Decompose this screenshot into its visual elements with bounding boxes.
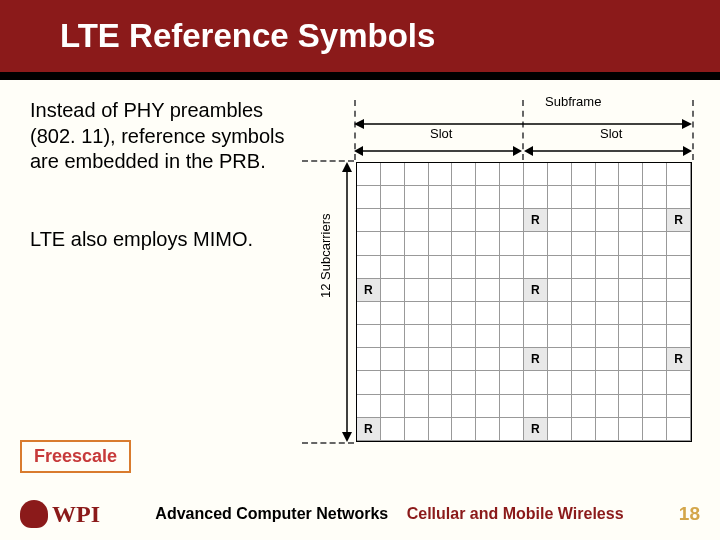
grid-cell (596, 279, 620, 302)
grid-cell (429, 279, 453, 302)
grid-cell (500, 348, 524, 371)
grid-cell (596, 256, 620, 279)
footer: WPI Advanced Computer Networks Cellular … (0, 500, 720, 528)
grid-cell (429, 186, 453, 209)
grid-cell (667, 279, 691, 302)
reference-symbol-cell: R (524, 348, 548, 371)
grid-cell (357, 348, 381, 371)
grid-cell (548, 302, 572, 325)
grid-cell (405, 302, 429, 325)
grid-cell (500, 232, 524, 255)
svg-marker-8 (683, 146, 692, 156)
grid-cell (619, 232, 643, 255)
grid-cell (643, 418, 667, 441)
grid-cell (643, 302, 667, 325)
slot-label-1: Slot (430, 126, 452, 141)
diagram-area: Subframe Slot Slot 12 Subcarriers RRRRRR… (300, 98, 710, 458)
grid-cell (429, 371, 453, 394)
grid-cell (405, 279, 429, 302)
paragraph-2: LTE also employs MIMO. (30, 227, 300, 253)
grid-cell (405, 163, 429, 186)
grid-cell (619, 418, 643, 441)
grid-cell (667, 232, 691, 255)
reference-symbol-cell: R (357, 279, 381, 302)
grid-cell (667, 371, 691, 394)
dash-line (302, 442, 354, 444)
grid-cell (572, 395, 596, 418)
grid-cell (572, 418, 596, 441)
grid-cell (405, 395, 429, 418)
grid-cell (596, 163, 620, 186)
grid-cell (500, 279, 524, 302)
grid-cell (619, 279, 643, 302)
title-bar: LTE Reference Symbols (0, 0, 720, 72)
grid-cell (381, 371, 405, 394)
grid-cell (596, 232, 620, 255)
grid-cell (524, 325, 548, 348)
grid-cell (500, 163, 524, 186)
grid-cell (667, 256, 691, 279)
body-text: Instead of PHY preambles (802. 11), refe… (30, 98, 300, 458)
grid-cell (381, 348, 405, 371)
grid-cell (429, 163, 453, 186)
grid-cell (500, 371, 524, 394)
grid-cell (405, 209, 429, 232)
reference-symbol-cell: R (524, 418, 548, 441)
svg-marker-2 (682, 119, 692, 129)
grid-cell (667, 302, 691, 325)
grid-cell (476, 256, 500, 279)
slide-title: LTE Reference Symbols (60, 17, 435, 55)
grid-cell (429, 325, 453, 348)
grid-cell (357, 163, 381, 186)
grid-cell (596, 418, 620, 441)
grid-cell (357, 256, 381, 279)
logo-text: WPI (52, 501, 100, 528)
grid-cell (643, 325, 667, 348)
svg-marker-5 (513, 146, 522, 156)
grid-cell (548, 256, 572, 279)
grid-cell (381, 418, 405, 441)
grid-cell (548, 186, 572, 209)
grid-cell (381, 395, 405, 418)
grid-cell (381, 209, 405, 232)
grid-cell (476, 163, 500, 186)
paragraph-1: Instead of PHY preambles (802. 11), refe… (30, 98, 300, 175)
grid-cell (548, 395, 572, 418)
grid-cell (524, 302, 548, 325)
grid-cell (405, 325, 429, 348)
svg-marker-11 (342, 432, 352, 442)
grid-cell (548, 232, 572, 255)
grid-cell (476, 348, 500, 371)
grid-cell (357, 371, 381, 394)
grid-cell (476, 279, 500, 302)
grid-cell (429, 348, 453, 371)
grid-cell (548, 163, 572, 186)
grid-cell (643, 209, 667, 232)
slot-arrow-1 (354, 144, 522, 158)
subframe-label: Subframe (545, 94, 601, 109)
grid-cell (429, 256, 453, 279)
grid-cell (357, 395, 381, 418)
grid-cell (405, 232, 429, 255)
dash-line (692, 100, 694, 160)
grid-cell (596, 395, 620, 418)
grid-cell (357, 325, 381, 348)
grid-cell (357, 232, 381, 255)
grid-cell (405, 256, 429, 279)
grid-cell (476, 371, 500, 394)
grid-cell (357, 302, 381, 325)
grid-cell (452, 418, 476, 441)
grid-cell (452, 256, 476, 279)
grid-cell (381, 163, 405, 186)
grid-cell (572, 325, 596, 348)
topic-name: Cellular and Mobile Wireless (407, 505, 624, 522)
grid-cell (524, 163, 548, 186)
grid-cell (572, 232, 596, 255)
grid-cell (548, 371, 572, 394)
grid-cell (548, 279, 572, 302)
grid-cell (452, 302, 476, 325)
grid-cell (667, 325, 691, 348)
grid-cell (500, 209, 524, 232)
reference-symbol-cell: R (357, 418, 381, 441)
grid-cell (596, 209, 620, 232)
